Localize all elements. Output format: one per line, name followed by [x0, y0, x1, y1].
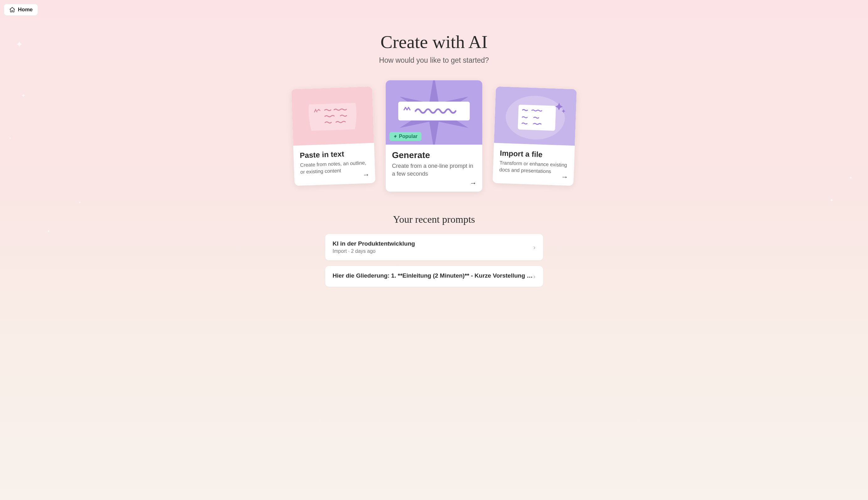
recent-item-title: Hier die Gliederung: 1. **Einleitung (2 … — [333, 272, 533, 279]
sparkle-decoration: ✦ — [849, 176, 852, 180]
chevron-right-icon: › — [533, 273, 536, 280]
arrow-right-icon: → — [561, 173, 568, 181]
home-button[interactable]: Home — [4, 4, 38, 16]
sparkle-decoration: ✦ — [830, 197, 833, 203]
svg-rect-0 — [398, 102, 470, 121]
home-icon — [9, 7, 15, 13]
badge-label: Popular — [399, 134, 418, 139]
card-illustration — [494, 86, 577, 146]
lightning-icon — [393, 134, 398, 139]
card-import-file[interactable]: Import a file Transform or enhance exist… — [493, 86, 577, 186]
recent-item-meta: Import · 2 days ago — [333, 248, 533, 254]
card-description: Transform or enhance existing docs and p… — [499, 159, 568, 176]
card-illustration: Popular — [386, 80, 482, 145]
card-title: Import a file — [500, 149, 568, 160]
card-illustration — [291, 86, 374, 146]
arrow-right-icon: → — [362, 171, 370, 179]
popular-badge: Popular — [390, 132, 421, 141]
option-cards: Paste in text Create from notes, an outl… — [215, 80, 653, 192]
sparkle-decoration: ✦ — [21, 92, 25, 99]
recent-prompts-heading: Your recent prompts — [215, 214, 653, 225]
card-description: Create from a one-line prompt in a few s… — [392, 162, 476, 178]
page-subtitle: How would you like to get started? — [215, 56, 653, 65]
recent-prompts-list: KI in der Produktentwicklung Import · 2 … — [325, 234, 543, 287]
page-title: Create with AI — [215, 31, 653, 53]
card-title: Generate — [392, 150, 476, 160]
sparkle-decoration: ✦ — [47, 229, 50, 234]
sparkle-decoration: ✦ — [9, 136, 11, 140]
card-title: Paste in text — [300, 149, 369, 160]
sparkle-decoration: ✦ — [78, 201, 81, 204]
chevron-right-icon: › — [533, 244, 536, 251]
arrow-right-icon: → — [470, 179, 477, 187]
recent-item-title: KI in der Produktentwicklung — [333, 240, 533, 247]
card-generate[interactable]: Popular Generate Create from a one-line … — [386, 80, 482, 192]
recent-prompt-item[interactable]: Hier die Gliederung: 1. **Einleitung (2 … — [325, 266, 543, 287]
card-paste-text[interactable]: Paste in text Create from notes, an outl… — [291, 86, 376, 186]
sparkle-decoration: ✦ — [16, 39, 23, 49]
recent-prompt-item[interactable]: KI in der Produktentwicklung Import · 2 … — [325, 234, 543, 260]
home-label: Home — [18, 7, 33, 13]
card-description: Create from notes, an outline, or existi… — [300, 159, 369, 176]
